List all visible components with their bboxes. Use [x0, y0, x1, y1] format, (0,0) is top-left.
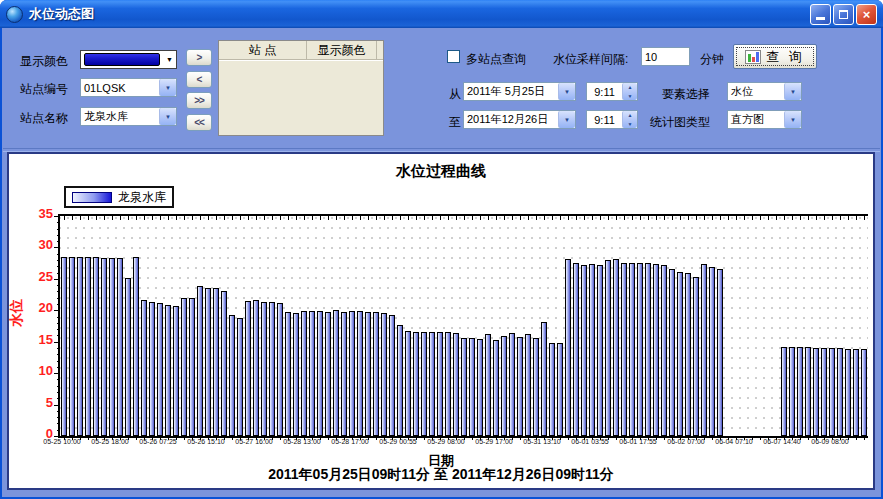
spin-down-icon[interactable]: ▼	[623, 120, 637, 129]
bar	[349, 311, 355, 436]
bar	[581, 265, 587, 436]
column-header-color[interactable]: 显示颜色	[307, 41, 377, 59]
bar	[205, 288, 211, 436]
x-tick	[136, 216, 137, 220]
chart-type-select[interactable]: 直方图 ▼	[727, 110, 802, 129]
column-header-station[interactable]: 站 点	[219, 41, 307, 59]
query-button[interactable]: 查 询	[733, 44, 817, 69]
x-tick	[88, 216, 89, 220]
move-all-left-button[interactable]: <<	[186, 114, 212, 131]
app-window: 水位动态图 × 显示颜色 ▼ 站点编号 01LQSK ▼ 站点名称 龙泉水库 ▼…	[0, 0, 883, 499]
display-color-select[interactable]: ▼	[80, 50, 177, 69]
spin-up-icon[interactable]: ▲	[623, 83, 637, 92]
x-tick	[672, 216, 673, 220]
bar	[125, 278, 131, 436]
bar	[109, 258, 115, 437]
from-date-select[interactable]: 2011年 5月25日 ▼	[463, 82, 576, 101]
move-all-right-button[interactable]: >>	[186, 92, 212, 109]
x-tick	[264, 216, 265, 220]
bar	[525, 334, 531, 436]
x-tick	[776, 216, 777, 220]
y-tick	[57, 335, 60, 336]
bar	[213, 288, 219, 436]
x-tick	[536, 216, 537, 220]
y-tick	[57, 329, 60, 330]
y-tick	[57, 254, 60, 255]
legend-swatch	[72, 192, 112, 203]
x-tick-label: 06-09 08:00	[811, 438, 848, 445]
y-tick	[57, 323, 60, 324]
x-tick	[240, 216, 241, 220]
y-tick-label: 25	[39, 270, 53, 284]
y-tick-label: 35	[39, 207, 53, 221]
station-id-select[interactable]: 01LQSK ▼	[80, 78, 177, 97]
close-button[interactable]: ×	[856, 4, 877, 25]
x-tick-label: 05-26 07:25	[139, 438, 176, 445]
y-tick	[57, 291, 60, 292]
y-tick	[54, 436, 60, 437]
multi-station-checkbox[interactable]	[447, 50, 460, 63]
x-tick-label: 05-25 10:00	[43, 438, 80, 445]
bar	[653, 264, 659, 436]
station-list[interactable]: 站 点 显示颜色	[218, 40, 384, 136]
bar	[453, 333, 459, 436]
x-tick	[64, 216, 65, 220]
x-tick	[768, 216, 769, 220]
y-tick	[57, 417, 60, 418]
element-label: 要素选择	[662, 86, 710, 103]
x-tick	[408, 216, 409, 220]
to-date-select[interactable]: 2011年12月26日 ▼	[463, 110, 576, 129]
element-select[interactable]: 水位 ▼	[727, 82, 802, 101]
y-tick	[54, 405, 60, 406]
bar	[325, 312, 331, 436]
x-tick	[520, 216, 521, 220]
y-tick	[57, 348, 60, 349]
bar	[181, 298, 187, 436]
chart-type-label: 统计图类型	[650, 114, 710, 131]
to-time-spinner[interactable]: 9:11 ▲▼	[586, 110, 638, 129]
bar	[789, 347, 795, 436]
x-tick	[424, 216, 425, 220]
x-tick-label: 06-02 07:00	[667, 438, 704, 445]
interval-input[interactable]: 10	[641, 47, 690, 66]
bar	[477, 339, 483, 436]
y-tick	[57, 386, 60, 387]
app-globe-icon	[6, 6, 23, 23]
x-tick	[704, 216, 705, 220]
x-tick	[296, 216, 297, 220]
move-right-button[interactable]: >	[186, 49, 212, 66]
maximize-button[interactable]	[833, 4, 854, 25]
bar	[437, 332, 443, 436]
spin-up-icon[interactable]: ▲	[623, 111, 637, 120]
bar	[133, 257, 139, 436]
x-tick	[80, 216, 81, 220]
bar	[309, 311, 315, 436]
station-name-select[interactable]: 龙泉水库 ▼	[80, 107, 177, 126]
minimize-icon	[816, 17, 825, 20]
x-tick	[512, 216, 513, 220]
x-tick	[176, 216, 177, 220]
bar	[501, 336, 507, 436]
x-tick-label: 05-28 17:00	[331, 438, 368, 445]
x-tick	[864, 216, 865, 220]
bar	[717, 269, 723, 436]
minimize-button[interactable]	[810, 4, 831, 25]
x-tick	[368, 216, 369, 220]
bar	[709, 267, 715, 436]
bar	[853, 349, 859, 436]
move-left-button[interactable]: <	[186, 71, 212, 88]
bar	[165, 305, 171, 436]
x-tick	[448, 216, 449, 220]
spin-down-icon[interactable]: ▼	[623, 92, 637, 101]
bar	[557, 343, 563, 436]
x-tick	[280, 216, 281, 220]
bar	[197, 286, 203, 436]
from-time-spinner[interactable]: 9:11 ▲▼	[586, 82, 638, 101]
x-tick	[192, 216, 193, 220]
bar	[613, 259, 619, 436]
x-tick	[440, 216, 441, 220]
bar	[781, 347, 787, 436]
bar	[365, 312, 371, 436]
bar	[237, 318, 243, 436]
bar	[509, 333, 515, 436]
